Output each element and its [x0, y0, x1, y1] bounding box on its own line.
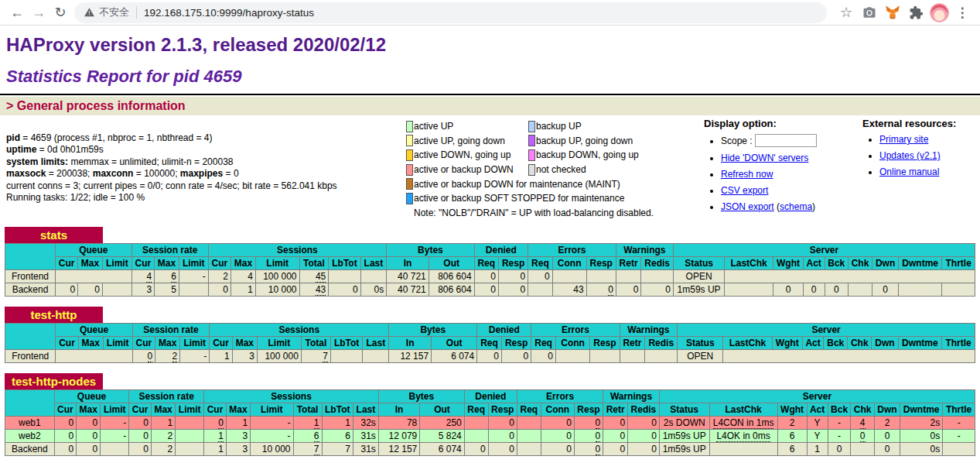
tooltip-value: 6: [171, 271, 176, 283]
column-header-resp: Resp: [590, 336, 620, 349]
column-header-bck: Bck: [825, 256, 848, 269]
link-csv-export[interactable]: CSV export: [721, 185, 768, 196]
back-icon[interactable]: ←: [6, 2, 28, 23]
scope-input[interactable]: [755, 134, 817, 147]
column-header-dwntme: Dwntme: [899, 256, 942, 269]
column-header-limit: Limit: [103, 336, 132, 349]
column-header-last: Last: [353, 403, 379, 416]
column-header-row: CurMaxLimitCurMaxLimitCurMaxLimitTotalLb…: [5, 336, 975, 349]
legend-label: active or backup SOFT STOPPED for mainte…: [414, 193, 624, 204]
display-options-list: Scope : Hide 'DOWN' serversRefresh nowCS…: [721, 134, 862, 212]
link-schema[interactable]: schema: [780, 201, 812, 212]
cell-limit: -: [101, 416, 129, 429]
column-header-dwntme: Dwntme: [898, 336, 942, 349]
cell-thrtle: -: [943, 416, 975, 429]
link-hide-down-servers[interactable]: Hide 'DOWN' servers: [721, 153, 808, 163]
page-title: HAProxy version 2.1.3, released 2020/02/…: [6, 34, 974, 56]
cell-redis: [641, 269, 674, 283]
tooltip-value: 0: [596, 444, 601, 455]
legend-item: backup UP: [528, 121, 582, 132]
cell-cur: 0: [129, 429, 152, 442]
cell-lastchk: [725, 283, 773, 296]
tooltip-value: 1: [218, 430, 224, 442]
cell-req: [517, 442, 541, 455]
column-header-resp: Resp: [501, 336, 531, 349]
row-backend: Backend00021310 0007731s12 1576 07400000…: [5, 442, 975, 455]
bookmark-star-icon[interactable]: ☆: [835, 2, 858, 23]
cell-cur: [56, 349, 132, 362]
proxy-name-tab-test-http[interactable]: test-http: [5, 307, 103, 323]
cell-max: 2: [152, 442, 176, 455]
cell-req: [464, 416, 488, 429]
column-header-resp: Resp: [499, 256, 528, 269]
column-header-cur: Cur: [56, 256, 78, 269]
process-info-line: Running tasks: 1/22; idle = 100 %: [6, 192, 406, 204]
column-header-cur: Cur: [210, 336, 233, 349]
cell-out: 5 824: [420, 429, 465, 442]
cell-max: 1: [226, 416, 250, 429]
column-group-server: Server: [674, 243, 975, 256]
tooltip-value: 0: [148, 351, 153, 362]
column-group-queue: Queue: [56, 323, 132, 336]
process-info-text: = 4659 (process #1, nbproc = 1, nbthread…: [20, 132, 213, 143]
cell-retr: [620, 349, 645, 362]
profile-avatar[interactable]: [927, 2, 951, 23]
column-header-max: Max: [78, 256, 103, 269]
process-info-text: memmax = unlimited; ulimit-n = 200038: [68, 156, 233, 167]
avatar-image: [930, 3, 949, 22]
cell-cur: 0: [132, 349, 155, 362]
column-header-chk: Chk: [848, 336, 872, 349]
proxy-table-stats: QueueSession rateSessionsBytesDeniedErro…: [5, 243, 975, 297]
cell-lbtot: 7: [322, 442, 353, 455]
legend-item: active or backup DOWN: [406, 164, 528, 176]
link-updates-v2-1[interactable]: Updates (v2.1): [879, 150, 941, 161]
extensions-puzzle-icon[interactable]: [904, 2, 927, 23]
column-header-status: Status: [678, 336, 723, 349]
proxy-name-tab-test-http-nodes[interactable]: test-http-nodes: [5, 373, 103, 389]
external-resources-list: Primary siteUpdates (v2.1)Online manual: [879, 134, 975, 177]
cell-bck: -: [828, 416, 851, 429]
legend-label: active DOWN, going up: [414, 149, 510, 160]
tooltip-value: 4: [860, 417, 866, 429]
tooltip-value: 4: [146, 271, 152, 283]
cell-retr: 0: [603, 429, 628, 442]
column-header-max: Max: [152, 403, 176, 416]
cell-in: 12 157: [389, 349, 432, 362]
link-online-manual[interactable]: Online manual: [879, 166, 939, 177]
cell-redis: [645, 349, 678, 362]
cell-req: 0: [528, 269, 552, 283]
cell-cur: 1: [210, 349, 233, 362]
column-header-dwn: Dwn: [874, 403, 900, 416]
legend-item: active or backup DOWN for maintenance (M…: [406, 178, 620, 190]
link-refresh-now[interactable]: Refresh now: [721, 169, 773, 180]
browser-menu-icon[interactable]: ⋮: [951, 2, 974, 23]
tooltip-value: L4CON in 1ms: [713, 417, 774, 429]
cell-wght: 0: [773, 283, 804, 296]
cell-req: [528, 283, 552, 296]
reload-icon[interactable]: ↻: [50, 2, 71, 23]
row-web1: web100-0101-1132s78250000002s DOWNL4CON …: [5, 416, 975, 429]
forward-icon[interactable]: →: [28, 2, 50, 23]
column-header-out: Out: [432, 336, 477, 349]
cell-max: 1: [231, 283, 256, 296]
metamask-extension-icon[interactable]: [881, 2, 904, 23]
link-json-export[interactable]: JSON export: [721, 201, 774, 212]
column-header-last: Last: [363, 336, 389, 349]
column-header-req: Req: [464, 403, 488, 416]
cell-lbtot: 6: [322, 429, 353, 442]
haproxy-version-link[interactable]: HAProxy version 2.1.3, released 2020/02/…: [6, 34, 386, 55]
proxy-name-tab-stats[interactable]: stats: [5, 227, 103, 243]
address-bar[interactable]: 不安全 192.168.175.10:9999/haproxy-status: [74, 2, 827, 23]
cell-out: 806 604: [429, 283, 474, 296]
column-group-bytes: Bytes: [378, 389, 464, 403]
process-info-text: maxpipes: [180, 168, 223, 179]
tooltip-value: 45: [316, 271, 326, 283]
cell-max: 0: [77, 429, 101, 442]
cell-chk: 4: [851, 416, 874, 429]
column-header-lastchk: LastChk: [725, 256, 773, 269]
link-primary-site[interactable]: Primary site: [879, 134, 928, 145]
report-subtitle: Statistics Report for pid 4659: [6, 67, 974, 87]
cell-limit: [179, 283, 208, 296]
camera-extension-icon[interactable]: [858, 2, 881, 23]
security-chip[interactable]: 不安全: [84, 5, 129, 19]
